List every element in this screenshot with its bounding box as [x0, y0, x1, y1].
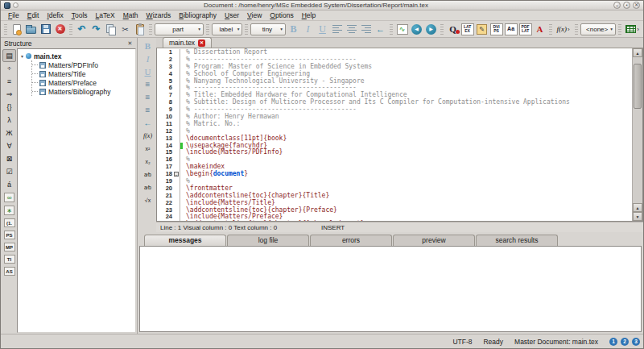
underline-button[interactable]: U: [316, 23, 329, 36]
tabular-wizard-button[interactable]: ›: [624, 23, 642, 36]
undo-button[interactable]: ↶: [75, 23, 89, 36]
misc-math-icon[interactable]: ⊠: [2, 152, 16, 165]
underline-button[interactable]: U: [141, 65, 155, 77]
next-document-button[interactable]: ▶: [424, 23, 438, 36]
menu-wizards[interactable]: Wizards: [142, 11, 175, 19]
maximize-button[interactable]: •: [623, 2, 630, 9]
code-line[interactable]: 11 % Matric. No.:: [157, 121, 632, 128]
code-line[interactable]: 18 \begin{document}: [157, 171, 632, 178]
frac-button[interactable]: a⁄b: [141, 168, 155, 181]
misc-symbols-icon[interactable]: ∀: [2, 139, 16, 152]
math-mode-button[interactable]: f(x): [141, 130, 155, 142]
close-button[interactable]: ✕: [633, 2, 640, 9]
scroll-up-icon[interactable]: ▲: [633, 203, 642, 212]
relation-symbols-icon[interactable]: ÷: [2, 62, 16, 75]
scroll-up-icon[interactable]: ▲: [633, 48, 642, 57]
editor-scrollbar[interactable]: ▲ ▲ ▼: [632, 48, 642, 221]
paste-button[interactable]: [133, 23, 147, 36]
numbered-badge[interactable]: 3: [632, 338, 640, 346]
quick-build-button[interactable]: ∿: [395, 23, 409, 36]
menu-math[interactable]: Math: [119, 11, 142, 19]
tree-root-main-tex[interactable]: ▾ main.tex: [21, 52, 135, 60]
symbol-combo[interactable]: <none>▾: [580, 23, 616, 35]
label-combo[interactable]: label▾: [212, 23, 242, 35]
bold-button[interactable]: B: [141, 39, 155, 52]
dvips-button[interactable]: DVIPS: [489, 23, 503, 36]
operator-symbols-icon[interactable]: ≡: [2, 75, 16, 88]
align-left-button[interactable]: [330, 23, 344, 36]
code-line[interactable]: 16 %: [157, 156, 632, 164]
redo-button[interactable]: ↷: [89, 23, 103, 36]
align-center-button[interactable]: [345, 23, 358, 36]
cyrillic-letters-icon[interactable]: Ж: [2, 127, 16, 139]
minimize-button[interactable]: ⌄: [613, 2, 621, 9]
menu-latex[interactable]: LaTeX: [92, 11, 119, 19]
save-button[interactable]: [39, 23, 52, 36]
sqrt-button[interactable]: √x: [141, 194, 155, 206]
cut-button[interactable]: ✂: [118, 23, 132, 36]
structure-view-icon[interactable]: ▤: [2, 49, 16, 62]
tab-main-tex[interactable]: main.tex ✕: [163, 37, 212, 48]
tab-close-icon[interactable]: ✕: [198, 39, 205, 47]
scroll-down-icon[interactable]: ▼: [633, 212, 642, 221]
font-size-combo[interactable]: tiny▾: [250, 23, 286, 35]
enumeration-icon[interactable]: (1.: [4, 218, 15, 227]
fold-marker-icon[interactable]: [174, 172, 179, 177]
menu-options[interactable]: Options: [266, 11, 297, 19]
tikz-icon[interactable]: TI: [4, 255, 15, 264]
previous-document-button[interactable]: ◀: [410, 23, 423, 36]
dfrac-button[interactable]: a∕b: [141, 181, 155, 193]
ams-symbols-icon[interactable]: ∞: [4, 193, 14, 202]
close-panel-icon[interactable]: ✕: [126, 40, 134, 47]
expander-icon[interactable]: ▾: [21, 53, 23, 59]
pstricks-icon[interactable]: PS: [4, 231, 15, 239]
italic-button[interactable]: I: [141, 52, 155, 64]
tree-item[interactable]: Matters/Title: [32, 69, 135, 78]
open-button[interactable]: [24, 23, 38, 36]
newline-button[interactable]: ←: [374, 23, 387, 36]
align-center-button[interactable]: ≡: [141, 91, 155, 103]
close-document-button[interactable]: ✕: [53, 23, 67, 36]
menu-tools[interactable]: Tools: [68, 11, 92, 19]
menu-bibliography[interactable]: Bibliography: [175, 11, 221, 19]
titlebar[interactable]: Document : /home/henry/MSc Embedded Syst…: [1, 1, 643, 10]
menu-idefix[interactable]: Idefix: [43, 11, 67, 19]
titlebar-pin-button[interactable]: [13, 2, 19, 8]
metapost-icon[interactable]: MP: [4, 243, 15, 251]
menu-user[interactable]: User: [221, 11, 243, 19]
accented-letters-icon[interactable]: á: [2, 178, 16, 191]
code-line[interactable]: 15 \include{Matters/PDFInfo}: [157, 149, 632, 156]
output-tab-errors[interactable]: errors: [310, 235, 392, 246]
tree-item[interactable]: Matters/Preface: [32, 78, 135, 87]
bold-button[interactable]: B: [287, 23, 300, 36]
code-editor[interactable]: 1 % Dissertation Report 2 % ------------…: [157, 48, 632, 221]
align-left-button[interactable]: ≡: [141, 78, 155, 90]
misc-text-icon[interactable]: ☑: [2, 165, 16, 178]
latex-button[interactable]: LATEX: [460, 23, 474, 36]
align-right-button[interactable]: ≡: [141, 104, 155, 116]
italic-button[interactable]: I: [301, 23, 315, 36]
structure-tree[interactable]: ▾ main.tex Matters/PDFInfo Matters/Title…: [17, 48, 136, 333]
tree-item[interactable]: Matters/PDFInfo: [32, 60, 135, 69]
newline-button[interactable]: ←: [141, 117, 155, 129]
superscript-button[interactable]: x²: [141, 143, 155, 155]
scrollbar-thumb[interactable]: [634, 64, 642, 109]
output-tab-preview[interactable]: preview: [393, 235, 475, 246]
pdflatex-button[interactable]: PDFLAT: [518, 23, 532, 36]
structure-level-combo[interactable]: part▾: [155, 23, 204, 35]
numbered-badge[interactable]: 2: [621, 338, 629, 346]
arrow-symbols-icon[interactable]: ⇒: [2, 88, 16, 101]
special-symbols-icon[interactable]: ∗: [4, 206, 14, 215]
new-button[interactable]: [10, 23, 23, 36]
view-log-button[interactable]: ✎: [475, 23, 489, 36]
menu-file[interactable]: File: [4, 11, 23, 19]
numbered-badge[interactable]: 1: [609, 338, 617, 346]
tree-item[interactable]: Matters/Bibliography: [32, 87, 135, 96]
output-tab-log-file[interactable]: log file: [227, 235, 309, 246]
asymptote-icon[interactable]: AS: [4, 267, 15, 276]
greek-letters-icon[interactable]: λ: [2, 114, 16, 127]
delimiter-symbols-icon[interactable]: {}: [2, 101, 16, 114]
math-symbols-button[interactable]: f(x)›: [555, 23, 572, 36]
view-pdf-button[interactable]: A: [533, 23, 547, 36]
menu-view[interactable]: View: [243, 11, 266, 19]
